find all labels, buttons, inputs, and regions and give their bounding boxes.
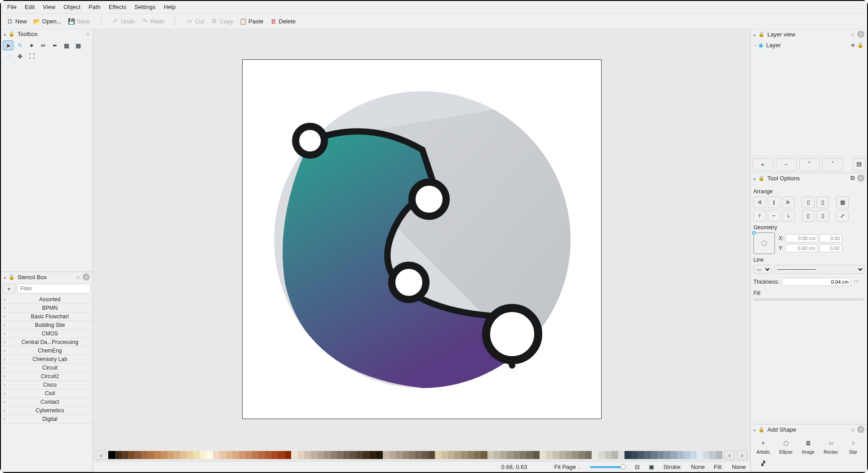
- swatch[interactable]: [527, 451, 533, 459]
- zoom-thumb[interactable]: [620, 464, 626, 469]
- swatch[interactable]: [592, 451, 598, 459]
- swatch[interactable]: [180, 451, 187, 459]
- cut-button[interactable]: ✂Cut: [186, 18, 204, 25]
- menu-edit[interactable]: Edit: [25, 4, 35, 10]
- swatch[interactable]: [618, 451, 625, 459]
- stencil-item[interactable]: ›Cisco: [1, 381, 93, 389]
- layer-props-button[interactable]: ▤: [853, 158, 865, 171]
- swatch[interactable]: [442, 451, 448, 459]
- swatch[interactable]: [108, 451, 115, 459]
- swatch[interactable]: [416, 451, 422, 459]
- stencil-item[interactable]: ›Building Site: [1, 321, 93, 330]
- menu-settings[interactable]: Settings: [134, 4, 155, 10]
- swatch[interactable]: [213, 451, 220, 459]
- stencil-item[interactable]: ›ChemEng: [1, 347, 93, 355]
- w-input[interactable]: [819, 234, 842, 242]
- swatch[interactable]: [435, 451, 442, 459]
- delete-button[interactable]: 🗑Delete: [270, 18, 296, 25]
- save-button[interactable]: 💾Save: [68, 18, 90, 25]
- swatch[interactable]: [376, 451, 383, 459]
- swatch[interactable]: [357, 451, 363, 459]
- stroke-value[interactable]: None: [691, 464, 705, 470]
- shape-rect[interactable]: ▭Rectan: [821, 437, 841, 455]
- menu-effects[interactable]: Effects: [109, 4, 127, 10]
- lock-icon[interactable]: 🔒: [857, 42, 864, 48]
- stencil-add-button[interactable]: +: [3, 284, 15, 294]
- swatch[interactable]: [487, 451, 494, 459]
- swatch[interactable]: [494, 451, 500, 459]
- close-icon[interactable]: ×: [857, 426, 864, 433]
- stencil-item[interactable]: ›CMOS: [1, 330, 93, 338]
- layer-add-button[interactable]: ＋: [753, 158, 773, 171]
- swatch[interactable]: [690, 451, 697, 459]
- swatch[interactable]: [533, 451, 540, 459]
- swatch[interactable]: [677, 451, 684, 459]
- swatch[interactable]: [285, 451, 292, 459]
- shape-image[interactable]: 🖼Image: [798, 437, 818, 455]
- swatch[interactable]: [167, 451, 174, 459]
- new-button[interactable]: 🗋New: [6, 18, 27, 25]
- swatch[interactable]: [664, 451, 670, 459]
- stencil-item[interactable]: ›Assorted: [1, 295, 93, 304]
- dist-h-left-button[interactable]: ▯: [802, 196, 815, 208]
- swatch[interactable]: [206, 451, 213, 459]
- swatch[interactable]: [703, 451, 710, 459]
- swatch[interactable]: [219, 451, 226, 459]
- swatch[interactable]: [566, 451, 572, 459]
- swatch[interactable]: [611, 451, 618, 459]
- swatch[interactable]: [173, 451, 180, 459]
- align-top-button[interactable]: ⫯: [753, 210, 766, 222]
- canvas-area[interactable]: [93, 29, 750, 449]
- layer-header[interactable]: ▴ 🔒 Layer view ◇ ×: [751, 29, 867, 39]
- tool-edit-path[interactable]: ✎: [14, 40, 25, 50]
- swatch[interactable]: [298, 451, 305, 459]
- tool-gradient[interactable]: ▦: [61, 40, 72, 50]
- align-left-button[interactable]: ⫷: [753, 196, 766, 208]
- swatch[interactable]: [468, 451, 474, 459]
- swatch[interactable]: [226, 451, 233, 459]
- stencil-item[interactable]: ›Basic Flowchart: [1, 312, 93, 321]
- tool-pointer[interactable]: ➤: [3, 40, 13, 50]
- h-input[interactable]: [819, 244, 842, 252]
- swatch[interactable]: [128, 451, 135, 459]
- redo-button[interactable]: ↷Redo: [141, 18, 164, 25]
- swatch[interactable]: [232, 451, 239, 459]
- tool-pan[interactable]: ✥: [14, 51, 25, 61]
- swatch[interactable]: [187, 451, 194, 459]
- stencil-item[interactable]: ›Contact: [1, 398, 93, 406]
- align-right-button[interactable]: ⫸: [782, 196, 795, 208]
- stencil-item[interactable]: ›Central Da...Processing: [1, 338, 93, 347]
- swatch[interactable]: [259, 451, 266, 459]
- tool-options-header[interactable]: ▴ 🔒 Tool Options ⧉ ×: [751, 173, 867, 183]
- anchor-widget[interactable]: [753, 232, 775, 254]
- layer-remove-button[interactable]: －: [776, 158, 797, 171]
- fill-preview[interactable]: [753, 298, 864, 301]
- swatch[interactable]: [670, 451, 677, 459]
- swatch[interactable]: [644, 451, 651, 459]
- swatch[interactable]: [350, 451, 357, 459]
- zoom-slider[interactable]: [590, 466, 626, 468]
- swatch[interactable]: [572, 451, 579, 459]
- grid-button[interactable]: ▦: [836, 196, 849, 208]
- shape-star[interactable]: ☆Star: [843, 437, 863, 455]
- toolbox-header[interactable]: ▴ 🔒 Toolbox ◇: [1, 29, 93, 39]
- swatch[interactable]: [311, 451, 318, 459]
- swatch[interactable]: [631, 451, 638, 459]
- add-shape-header[interactable]: ▴ 🔒 Add Shape ◇ ×: [751, 424, 867, 434]
- swatch[interactable]: [559, 451, 566, 459]
- menu-file[interactable]: File: [7, 4, 17, 10]
- close-icon[interactable]: ×: [857, 174, 864, 182]
- fit-page-button[interactable]: Fit Page ⌄: [554, 464, 581, 470]
- swatch[interactable]: [337, 451, 344, 459]
- swatch[interactable]: [455, 451, 461, 459]
- stencil-item[interactable]: ›Digital: [1, 415, 93, 424]
- zoom-out-icon[interactable]: ⊟: [635, 464, 640, 470]
- swatch[interactable]: [716, 451, 723, 459]
- layer-item[interactable]: › ◉ Layer ≡ 🔒: [753, 41, 865, 49]
- swatch[interactable]: [683, 451, 690, 459]
- swatch[interactable]: [278, 451, 285, 459]
- swatch[interactable]: [585, 451, 592, 459]
- stencil-item[interactable]: ›Circuit: [1, 364, 93, 372]
- swatch[interactable]: [363, 451, 370, 459]
- swatch[interactable]: [115, 451, 122, 459]
